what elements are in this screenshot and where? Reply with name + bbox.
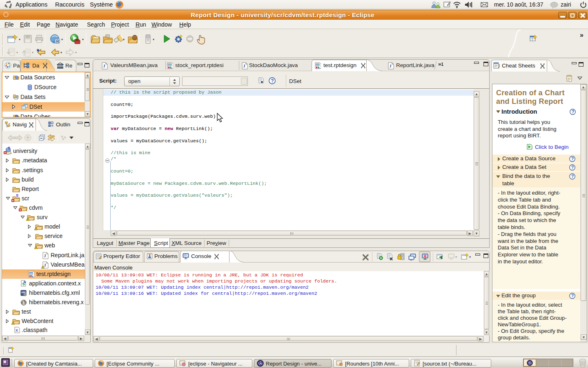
svg-text:R: R (56, 39, 60, 44)
